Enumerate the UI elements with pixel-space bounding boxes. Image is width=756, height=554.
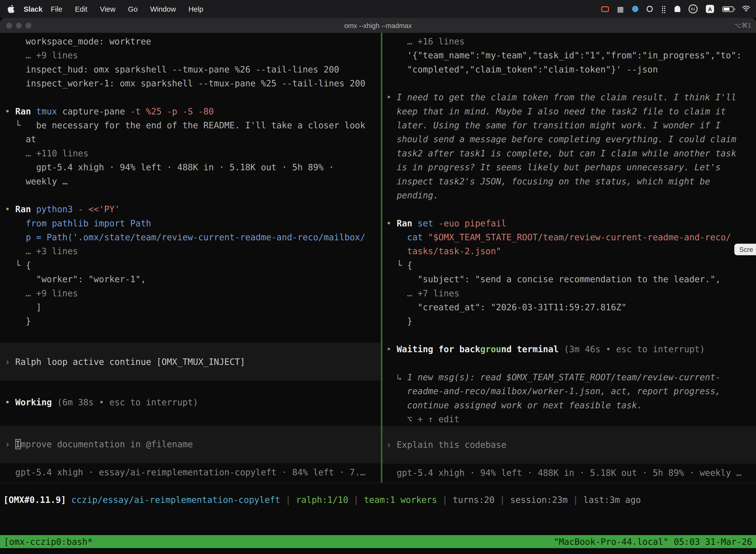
text-segment: ›: [5, 439, 15, 449]
text-segment: |: [437, 494, 453, 505]
text-segment: I need to get the claim token from the c…: [397, 92, 736, 102]
text-segment: … +3 lines: [5, 246, 78, 256]
text-segment: •: [386, 344, 397, 354]
menu-bar-status-area: ▦ ⣿ 61 A: [601, 4, 756, 13]
menu-item-help[interactable]: Help: [182, 5, 210, 13]
terminal-line: weekly …: [5, 174, 381, 188]
terminal-line: inspect_worker-1: omx sparkshell --tmux-…: [5, 76, 381, 90]
text-segment: turns:20: [453, 494, 495, 505]
text-segment: "$OMX_TEAM_STATE_ROOT/team/review-curren…: [428, 232, 731, 242]
terminal-line: is in progress? It seems likely but perh…: [386, 160, 756, 174]
window-shortcut-badge: ⌥⌘1: [734, 21, 751, 29]
screen-recording-indicator-icon[interactable]: [601, 6, 609, 12]
terminal-line: … +3 lines: [5, 244, 381, 258]
text-segment: pending.: [386, 190, 439, 200]
text-segment: python3: [36, 204, 78, 214]
terminal-line: ]: [5, 300, 381, 314]
text-segment: |: [348, 494, 364, 505]
menu-item-view[interactable]: View: [94, 5, 122, 13]
menu-item-go[interactable]: Go: [122, 5, 144, 13]
terminal-line: › Ralph loop active continue [OMX_TMUX_I…: [5, 355, 381, 369]
text-segment: (3m 46s • esc to interrupt): [559, 344, 705, 354]
text-segment: Ran: [15, 106, 36, 116]
terminal-line: [5, 90, 381, 104]
text-segment: |: [568, 494, 583, 505]
text-segment: nd terminal: [501, 344, 559, 354]
text-segment: ⌥ + ↑ edit: [386, 414, 459, 424]
apple-menu-icon[interactable]: [8, 4, 15, 13]
screenshot-tooltip[interactable]: Scre: [735, 244, 756, 256]
omx-status-bar: [OMX#0.11.9] cczip/essay/ai-reimplementa…: [0, 493, 756, 507]
terminal-line: gpt-5.4 xhigh · essay/ai-reimplementatio…: [5, 465, 381, 479]
text-segment: is in progress? It seems likely but perh…: [386, 162, 720, 172]
text-segment: tmux: [36, 106, 62, 116]
terminal-line: … +7 lines: [386, 286, 756, 300]
terminal-line: … +9 lines: [5, 48, 381, 62]
battery-icon[interactable]: [722, 6, 734, 12]
terminal-line: continue assigned work or next feasible …: [386, 398, 756, 412]
terminal-line: › Explain this codebase: [386, 438, 756, 451]
menu-bar: Slack File Edit View Go Window Help ▦ ⣿ …: [0, 0, 756, 18]
terminal-line: ⌥ + ↑ edit: [386, 412, 756, 426]
terminal-line: ↳ 1 new msg(s): read $OMX_TEAM_STATE_ROO…: [386, 370, 756, 384]
text-segment: … +9 lines: [5, 288, 78, 298]
round-app-icon[interactable]: [647, 6, 653, 12]
tmux-pane-right[interactable]: … +16 lines '{"team_name":"my-team","tas…: [382, 33, 756, 483]
text-segment: gpt-5.4 xhigh · 94% left · 488K in · 5.1…: [386, 467, 742, 478]
text-segment: └ be necessary for the end of the README…: [5, 120, 365, 130]
text-segment: cat: [386, 232, 428, 242]
text-segment: team:1 workers: [364, 494, 437, 505]
text-segment: later. Using the same for transition mig…: [386, 120, 720, 130]
terminal-line: … +16 lines: [386, 34, 756, 48]
text-segment: at: [5, 134, 36, 144]
text-segment: •: [386, 218, 397, 228]
text-segment: "completed","claim_token":"claim-token"}…: [386, 64, 658, 74]
grid-app-icon[interactable]: ▦: [617, 5, 624, 12]
terminal-line: • Ran tmux capture-pane -t %25 -p -S -80: [5, 104, 381, 118]
menu-item-window[interactable]: Window: [144, 5, 182, 13]
working-status-line: • Working (6m 38s • esc to interrupt): [5, 395, 381, 409]
text-segment: •: [5, 106, 15, 116]
text-segment: •: [386, 92, 397, 102]
text-segment: workspace_mode: worktree: [5, 36, 151, 46]
text-segment: └ {: [386, 260, 412, 270]
text-segment: |: [280, 494, 296, 505]
text-segment: … +16 lines: [386, 36, 464, 46]
wifi-icon[interactable]: [742, 5, 750, 13]
text-segment: "worker": "worker-1",: [5, 274, 146, 284]
terminal-line: keep that in mind. Maybe I also need the…: [386, 104, 756, 118]
prompt-input-left[interactable]: › Improve documentation in @filename: [0, 426, 381, 463]
input-source-icon[interactable]: A: [706, 5, 714, 13]
dots-grid-icon[interactable]: ⣿: [661, 5, 666, 12]
tmux-session-label: [omx-cczip0:bash*: [4, 535, 93, 548]
text-segment: weekly …: [5, 176, 67, 186]
text-segment: last:3m ago: [583, 494, 641, 505]
blue-app-icon[interactable]: [632, 6, 638, 12]
terminal-line: "completed","claim_token":"claim-token"}…: [386, 62, 756, 76]
menu-app-name[interactable]: Slack: [23, 5, 43, 13]
text-segment: p = Path('.omx/state/team/review-current…: [5, 232, 365, 242]
prompt-input-right[interactable]: › Explain this codebase: [382, 426, 756, 464]
menu-item-file[interactable]: File: [44, 5, 69, 13]
gauge-61-icon[interactable]: 61: [689, 4, 698, 13]
terminal-line: • Ran set -euo pipefail: [386, 216, 756, 230]
text-segment: (6m 38s • esc to interrupt): [52, 397, 198, 407]
tmux-pane-left[interactable]: workspace_mode: worktree … +9 lines insp…: [0, 33, 381, 483]
menu-item-edit[interactable]: Edit: [69, 5, 94, 13]
terminal-line: › Improve documentation in @filename: [5, 437, 381, 451]
text-segment: Working: [15, 397, 52, 407]
terminal-line: readme-and-reco/mailbox/worker-1.json, a…: [386, 384, 756, 398]
terminal-line: from pathlib import Path: [5, 216, 381, 230]
text-segment: task2 after task1 is complete, but can I…: [386, 148, 736, 158]
terminal-line: tasks/task-2.json": [386, 244, 756, 258]
text-segment: -euo pipefail: [439, 218, 506, 228]
terminal-line: at: [5, 132, 381, 146]
text-segment: -t %25 -p -S -80: [130, 106, 214, 116]
terminal-area: workspace_mode: worktree … +9 lines insp…: [0, 33, 756, 483]
ghost-app-icon[interactable]: [675, 6, 680, 12]
text-segment: cczip/essay/ai-reimplementation-copyleft: [71, 494, 280, 505]
terminal-line: … +110 lines: [5, 146, 381, 160]
terminal-line: p = Path('.omx/state/team/review-current…: [5, 230, 381, 244]
text-segment: Ralph loop active continue [OMX_TMUX_INJ…: [15, 357, 245, 367]
menu-bar-left: Slack File Edit View Go Window Help: [0, 4, 209, 13]
